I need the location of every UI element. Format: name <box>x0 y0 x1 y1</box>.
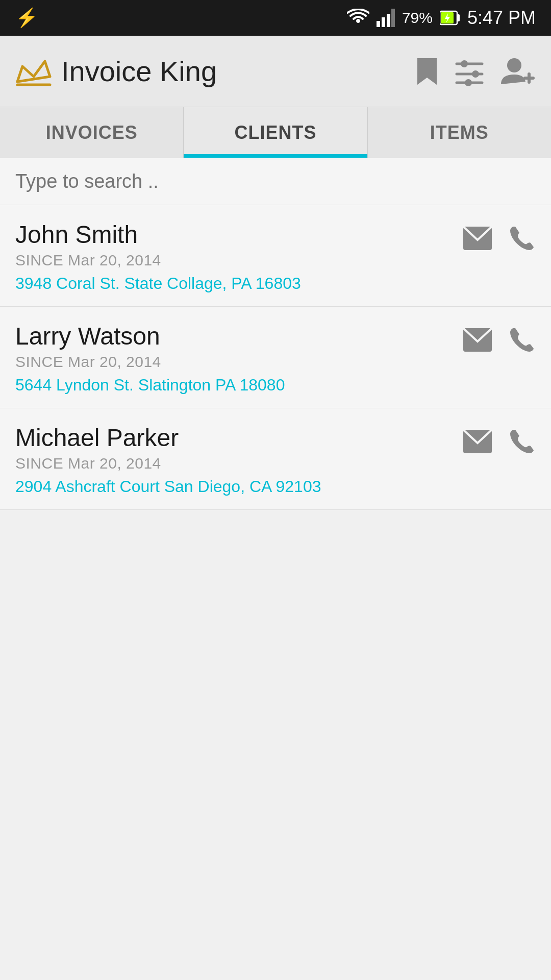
client-actions <box>462 220 536 252</box>
app-logo: Invoice King <box>15 55 415 88</box>
crown-icon <box>15 56 52 87</box>
client-name: Michael Parker <box>15 424 462 452</box>
svg-rect-2 <box>387 14 390 27</box>
phone-icon[interactable] <box>508 225 536 252</box>
list-item: Michael Parker SINCE Mar 20, 2014 2904 A… <box>0 408 551 510</box>
client-name: John Smith <box>15 220 462 249</box>
client-address[interactable]: 2904 Ashcraft Court San Diego, CA 92103 <box>15 477 462 496</box>
email-icon[interactable] <box>462 327 493 353</box>
tab-clients[interactable]: CLIENTS <box>184 107 367 158</box>
add-person-icon[interactable] <box>500 56 536 87</box>
client-address[interactable]: 3948 Coral St. State Collage, PA 16803 <box>15 274 462 293</box>
svg-rect-17 <box>523 77 535 80</box>
battery-icon <box>440 9 460 27</box>
client-info: Larry Watson SINCE Mar 20, 2014 5644 Lyn… <box>15 322 462 395</box>
search-bar <box>0 158 551 205</box>
email-icon[interactable] <box>462 429 493 454</box>
usb-icon: ⚡ <box>15 7 38 29</box>
svg-rect-0 <box>377 21 380 27</box>
phone-icon[interactable] <box>508 326 536 354</box>
filter-icon[interactable] <box>454 56 485 87</box>
bookmark-icon[interactable] <box>415 56 439 87</box>
status-time: 5:47 PM <box>467 7 536 29</box>
svg-rect-1 <box>382 17 385 27</box>
client-info: Michael Parker SINCE Mar 20, 2014 2904 A… <box>15 424 462 496</box>
client-info: John Smith SINCE Mar 20, 2014 3948 Coral… <box>15 220 462 293</box>
client-list: John Smith SINCE Mar 20, 2014 3948 Coral… <box>0 205 551 510</box>
client-actions <box>462 322 536 354</box>
svg-point-15 <box>507 58 521 72</box>
signal-icon <box>377 9 395 27</box>
svg-rect-5 <box>457 14 460 21</box>
list-item: John Smith SINCE Mar 20, 2014 3948 Coral… <box>0 205 551 307</box>
tab-invoices[interactable]: INVOICES <box>0 107 184 158</box>
search-input[interactable] <box>15 170 536 192</box>
client-since: SINCE Mar 20, 2014 <box>15 252 462 269</box>
client-since: SINCE Mar 20, 2014 <box>15 455 462 472</box>
svg-point-14 <box>465 79 472 86</box>
status-bar-left: ⚡ <box>15 7 38 29</box>
status-bar-right: 79% 5:47 PM <box>347 7 536 29</box>
client-address[interactable]: 5644 Lyndon St. Slatington PA 18080 <box>15 376 462 395</box>
client-since: SINCE Mar 20, 2014 <box>15 353 462 371</box>
wifi-icon <box>347 9 369 27</box>
svg-point-12 <box>472 70 479 78</box>
battery-percentage: 79% <box>402 9 433 27</box>
tab-items[interactable]: ITEMS <box>368 107 551 158</box>
app-bar-actions <box>415 56 536 87</box>
email-icon[interactable] <box>462 226 493 251</box>
phone-icon[interactable] <box>508 428 536 455</box>
app-title: Invoice King <box>61 55 217 88</box>
svg-rect-3 <box>391 9 395 27</box>
status-bar: ⚡ 79% 5:47 PM <box>0 0 551 36</box>
client-name: Larry Watson <box>15 322 462 350</box>
client-actions <box>462 424 536 455</box>
app-bar: Invoice King <box>0 36 551 107</box>
list-item: Larry Watson SINCE Mar 20, 2014 5644 Lyn… <box>0 307 551 408</box>
svg-point-10 <box>461 60 468 67</box>
tab-bar: INVOICES CLIENTS ITEMS <box>0 107 551 158</box>
